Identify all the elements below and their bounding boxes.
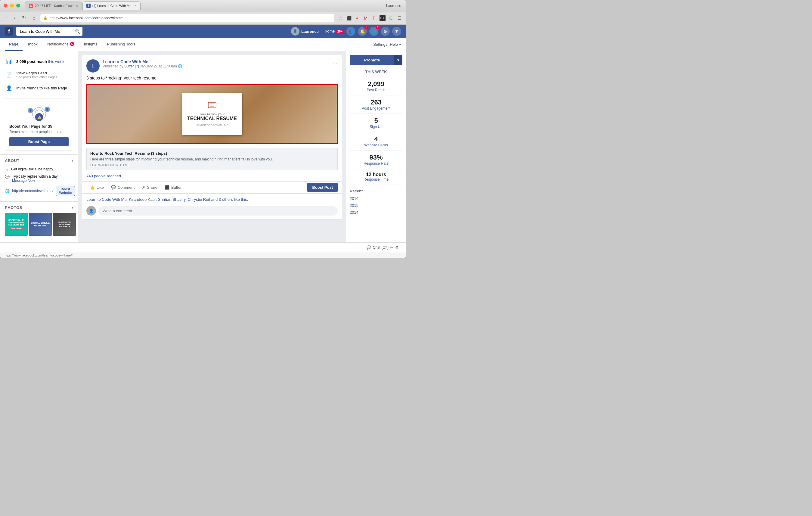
post-author-name[interactable]: Learn to Code With Me <box>103 59 329 64</box>
center-feed: L Learn to Code With Me Published by Buf… <box>78 51 346 242</box>
friends-icon-btn[interactable]: 👥 <box>346 27 355 36</box>
dropdown-icon-btn[interactable]: ▼ <box>392 27 401 36</box>
udemy-sub-text: The final Udemy $10 course sale <box>7 222 25 226</box>
boost-website-button[interactable]: Boost Website <box>56 186 75 196</box>
svg-text:👤: 👤 <box>29 109 32 113</box>
url-bar[interactable]: 🔒 https://www.facebook.com/learntocodewi… <box>40 14 335 22</box>
photo-thumb-3[interactable]: 10 TIPS FOR TEACHING YOURSELF <box>53 213 76 236</box>
view-pages-sub: See posts from other Pages <box>16 75 57 79</box>
tab-inbox[interactable]: Inbox <box>24 38 42 51</box>
grammarly-icon[interactable]: G <box>388 15 394 21</box>
post-engagement-label: Post Engagement <box>350 106 402 111</box>
boost-post-button[interactable]: Boost Post <box>307 183 338 192</box>
replies-label: Typically replies within a day <box>12 174 57 178</box>
back-button[interactable]: ‹ <box>4 15 9 21</box>
photos-header[interactable]: PHOTOS › <box>5 205 73 210</box>
tab-facebook[interactable]: f (4) Learn to Code With Me ✕ <box>83 1 141 10</box>
facebook-logo[interactable]: f <box>5 27 13 35</box>
tab-kanbanflow[interactable]: K 20:47 LIFE - KanbanFlow ✕ <box>25 1 82 10</box>
link-preview-desc: Here are three simple steps for improvin… <box>90 157 334 162</box>
stat-response-time: 12 hours Response Time <box>350 169 402 185</box>
post-actions-bar: 👍 Like 💬 Comment ↗ Share ⬛ Buffer <box>82 181 342 193</box>
share-button[interactable]: ↗ Share <box>138 183 161 192</box>
orange-icon[interactable]: ● <box>354 15 360 21</box>
boost-sub: Reach even more people in India <box>9 130 68 134</box>
website-link[interactable]: http://learntocodewith.me/ <box>12 189 53 193</box>
recent-year-2014[interactable]: 2014 <box>350 209 402 216</box>
pages-icon: 📄 <box>5 70 13 79</box>
smile-icon: ☺ <box>5 167 9 172</box>
maximize-button[interactable] <box>16 4 20 7</box>
sidebar-pages-text: View Pages Feed See posts from other Pag… <box>16 71 57 79</box>
about-website: 🌐 http://learntocodewith.me/ Boost Websi… <box>5 184 73 198</box>
pinterest-icon[interactable]: P <box>371 15 377 21</box>
search-input[interactable] <box>16 27 83 36</box>
replies-content: Typically replies within a day Message N… <box>12 174 57 183</box>
boost-page-button[interactable]: Boost Page <box>9 137 68 146</box>
tab-publishing-tools[interactable]: Publishing Tools <box>103 38 140 51</box>
buffer-button[interactable]: ⬛ Buffer <box>161 183 185 192</box>
layers-icon[interactable]: ⬛ <box>346 15 352 21</box>
globe-icon: 🌐 <box>5 189 10 193</box>
home-badge: 20+ <box>336 29 344 33</box>
tab-facebook-close[interactable]: ✕ <box>134 4 137 7</box>
sidebar-invite-friends[interactable]: 👤 Invite friends to like this Page <box>0 81 78 94</box>
publisher-name[interactable]: Buffer <box>124 64 134 68</box>
forward-button[interactable]: › <box>12 15 17 21</box>
photo-thumb-1[interactable]: UDEMY SALE! The final Udemy $10 course s… <box>5 213 28 236</box>
post-link-preview[interactable]: How to Rock Your Tech Resume (3 steps) H… <box>86 148 338 170</box>
addressbar-actions: ☆ ⬛ ● M P 100 G ☰ <box>338 15 402 21</box>
comment-label: Comment <box>118 185 135 190</box>
recent-year-2016[interactable]: 2016 <box>350 195 402 202</box>
tab-publishing-tools-label: Publishing Tools <box>107 42 136 46</box>
settings-button[interactable]: Settings <box>373 42 387 47</box>
comment-input[interactable] <box>98 206 338 216</box>
post-text: 3 steps to *rocking* your tech resume! <box>82 76 342 84</box>
post-reach[interactable]: 740 people reached <box>82 174 342 181</box>
promote-dropdown-button[interactable]: ▾ <box>394 55 402 65</box>
message-now-link[interactable]: Message Now <box>12 178 57 183</box>
post-more-btn[interactable]: … <box>332 59 338 66</box>
tab-kanbanflow-close[interactable]: ✕ <box>76 4 78 7</box>
response-rate-number: 93% <box>350 153 402 161</box>
publisher-verify: [?] <box>135 64 139 68</box>
sidebar-post-reach[interactable]: 📊 2,099 post reach this week <box>0 55 78 68</box>
chat-button[interactable]: 💬 Chat (Off) ✏ ⚙ <box>362 244 402 251</box>
user-menu[interactable]: 👤 Laurence <box>291 27 319 35</box>
home-btn[interactable]: Home 20+ <box>325 29 344 33</box>
gmail-icon[interactable]: M <box>362 15 369 21</box>
post-image-card: How to rock your TECHNICAL RESUME LEARNT… <box>182 93 242 135</box>
buffer-label: Buffer <box>171 185 181 190</box>
reload-button[interactable]: ↻ <box>20 15 28 21</box>
tab-page[interactable]: Page <box>5 38 23 51</box>
help-button[interactable]: Help ▾ <box>390 42 401 47</box>
stat-post-engagement: 263 Post Engagement <box>350 95 402 114</box>
post-header: L Learn to Code With Me Published by Buf… <box>82 55 342 76</box>
sidebar-view-pages-feed[interactable]: 📄 View Pages Feed See posts from other P… <box>0 68 78 81</box>
close-button[interactable] <box>4 4 7 7</box>
recent-year-2015[interactable]: 2015 <box>350 202 402 209</box>
number-icon[interactable]: 100 <box>379 15 385 21</box>
post-image-link[interactable]: How to rock your TECHNICAL RESUME LEARNT… <box>86 84 338 144</box>
post-meta: Learn to Code With Me Published by Buffe… <box>103 59 329 68</box>
browser-window: K 20:47 LIFE - KanbanFlow ✕ f (4) Learn … <box>0 0 406 258</box>
bookmark-icon[interactable]: ☆ <box>338 15 343 21</box>
minimize-button[interactable] <box>10 4 14 7</box>
menu-icon[interactable]: ☰ <box>396 15 402 21</box>
friends-icon-wrap: 👥 <box>346 27 355 36</box>
published-by-label: Published by <box>103 64 123 68</box>
photo-thumb-2[interactable]: DIGITAL SKILLS, BE HAPPY <box>29 213 52 236</box>
home-button[interactable]: ⌂ <box>31 15 37 21</box>
sign-up-label: Sign Up <box>350 125 402 129</box>
about-chevron: › <box>71 159 73 163</box>
promote-button[interactable]: Promote <box>350 55 394 65</box>
like-button[interactable]: 👍 Like <box>86 183 108 192</box>
tab-insights[interactable]: Insights <box>80 38 102 51</box>
comment-icon: 💬 <box>111 185 116 190</box>
chat-edit-icon: ✏ <box>390 246 394 250</box>
messages-badge: 3 <box>376 26 379 29</box>
comment-button[interactable]: 💬 Comment <box>108 183 138 192</box>
about-header[interactable]: ABOUT › <box>5 159 73 163</box>
tab-notifications[interactable]: Notifications 5 <box>43 38 79 51</box>
settings-icon-btn[interactable]: ⚙ <box>381 27 390 36</box>
